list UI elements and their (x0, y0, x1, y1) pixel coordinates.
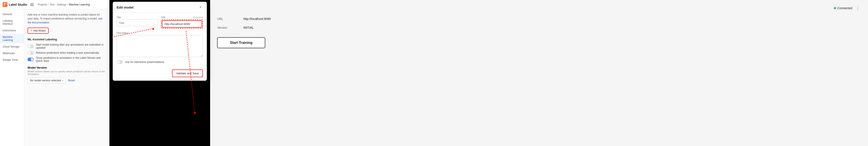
version-info-value: INITIAL (243, 25, 861, 30)
toggle-start-training-label: Start model training after any annotatio… (36, 43, 106, 49)
model-version-title: Model Version (28, 66, 106, 69)
toggle-start-training[interactable] (28, 45, 34, 48)
breadcrumb-settings[interactable]: Settings (57, 3, 66, 6)
description-field: Description (117, 32, 203, 58)
url-required-label: Required (193, 16, 203, 19)
sidebar-item-general-label: General (3, 13, 12, 16)
form-row-title-url: Title URL Required (117, 16, 203, 29)
main-area: General Labeling Interface Instructions … (0, 9, 109, 146)
sidebar-item-webhooks[interactable]: Webhooks (0, 50, 24, 57)
app-name: Label Studio (9, 3, 27, 6)
url-info-label: URL (217, 16, 243, 22)
toggle-interactive[interactable] (117, 60, 123, 64)
url-info-value: http://localhost:9090 (243, 16, 861, 22)
breadcrumb-sep-3: / (67, 3, 68, 6)
title-label: Title (117, 16, 158, 19)
modal-close-button[interactable]: × (198, 5, 203, 10)
toggle-retrieve-label: Retrieve predictions when loading a task… (36, 51, 99, 54)
modal-footer: Validate and Save (113, 67, 207, 81)
modal-panel: Edit model × Title URL Required (110, 0, 210, 146)
breadcrumb-test[interactable]: Test (50, 3, 55, 6)
add-model-button[interactable]: + Add Model (28, 28, 49, 34)
modal-body: Title URL Required Description (113, 12, 207, 67)
sidebar-item-cloud-label: Cloud Storage (3, 45, 20, 48)
title-field: Title (117, 16, 158, 29)
toggle-row-retrieve: Retrieve predictions when loading a task… (28, 51, 106, 55)
modal-header: Edit model × (113, 2, 207, 12)
model-version-desc: Model version allows you to specify whic… (28, 70, 106, 76)
panel-header: Connected ⋮ (217, 5, 861, 11)
chevron-down-icon: ▾ (62, 79, 63, 82)
svg-rect-1 (5, 3, 6, 4)
version-select-value: No model version selected (30, 79, 61, 82)
breadcrumb-projects[interactable]: Projects (38, 3, 47, 6)
sidebar-item-cloud-storage[interactable]: Cloud Storage (0, 43, 24, 50)
connected-label: Connected (837, 6, 852, 10)
content-area: Add one or more machine learning models … (24, 9, 109, 146)
interactive-preannotations-row: Use for interactive preannotations (117, 60, 203, 64)
breadcrumb-sep-1: / (48, 3, 49, 6)
model-version-row: No model version selected ▾ Reset (28, 78, 106, 83)
title-input[interactable] (117, 20, 158, 26)
options-menu-button[interactable]: ⋮ (855, 5, 861, 11)
sidebar-item-labeling-interface[interactable]: Labeling Interface (0, 18, 24, 27)
connected-dot (834, 7, 836, 9)
hamburger-menu[interactable] (30, 3, 34, 6)
sidebar-item-instructions-label: Instructions (3, 29, 16, 32)
connected-badge: Connected (834, 6, 852, 10)
right-panel: Connected ⋮ URL http://localhost:9090 Ve… (210, 0, 868, 146)
version-info-label: Version (217, 25, 243, 30)
ml-assisted-title: ML-Assisted Labeling (28, 38, 106, 41)
sidebar: General Labeling Interface Instructions … (0, 9, 24, 146)
toggle-row-show: Show predictions to annotators in the La… (28, 56, 106, 62)
breadcrumb-current: Machine Learning (69, 3, 90, 6)
sidebar-item-webhooks-label: Webhooks (3, 52, 15, 55)
url-input[interactable] (162, 20, 202, 28)
interactive-label: Use for interactive preannotations (125, 60, 164, 64)
topbar: Label Studio Projects / Test / Settings … (0, 0, 109, 9)
sidebar-item-ml-label: Machine Learning (3, 35, 21, 42)
url-field: URL Required (161, 16, 203, 29)
label-studio-panel: Label Studio Projects / Test / Settings … (0, 0, 110, 146)
sidebar-item-general[interactable]: General (0, 11, 24, 18)
toggle-row-start-training: Start model training after any annotatio… (28, 43, 106, 49)
add-icon: + (31, 29, 32, 32)
description-label: Description (117, 32, 203, 34)
reset-button[interactable]: Reset (68, 79, 74, 82)
url-highlight-box (161, 20, 203, 29)
breadcrumb: Projects / Test / Settings / Machine Lea… (38, 3, 90, 6)
model-version-section: Model Version Model version allows you t… (28, 66, 106, 83)
modal-title: Edit model (117, 5, 133, 9)
start-training-button[interactable]: Start Training (217, 37, 265, 48)
url-label: URL Required (161, 16, 203, 19)
info-grid: URL http://localhost:9090 Version INITIA… (217, 16, 861, 30)
sidebar-item-labeling-label: Labeling Interface (3, 19, 21, 25)
breadcrumb-sep-2: / (55, 3, 56, 6)
version-select[interactable]: No model version selected ▾ (28, 78, 66, 83)
validate-save-button[interactable]: Validate and Save (172, 69, 203, 77)
svg-rect-0 (4, 3, 5, 4)
content-description: Add one or more machine learning models … (28, 13, 106, 25)
toggle-retrieve[interactable] (28, 51, 34, 55)
toggle-show[interactable] (28, 58, 34, 61)
sidebar-item-danger-label: Danger Zone (3, 58, 18, 61)
app-logo: Label Studio (3, 2, 27, 7)
sidebar-item-danger-zone[interactable]: Danger Zone (0, 57, 24, 63)
svg-rect-2 (4, 5, 5, 6)
sidebar-item-machine-learning[interactable]: Machine Learning (0, 34, 24, 43)
svg-marker-6 (193, 112, 196, 114)
edit-model-modal: Edit model × Title URL Required (113, 2, 207, 81)
description-textarea[interactable] (117, 35, 203, 57)
sidebar-item-instructions[interactable]: Instructions (0, 27, 24, 34)
toggle-show-label: Show predictions to annotators in the La… (36, 56, 106, 62)
logo-icon (3, 2, 7, 7)
